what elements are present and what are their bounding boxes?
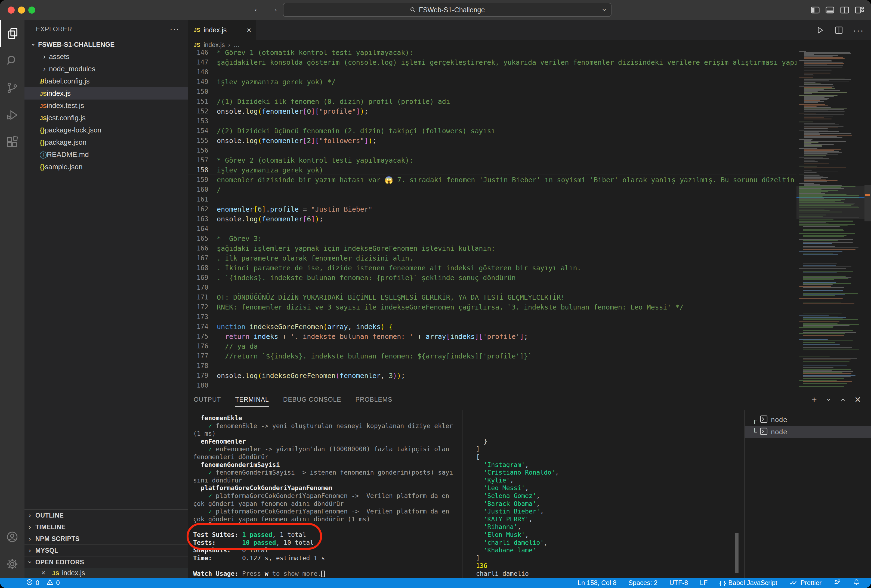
braces-icon: { }: [720, 579, 726, 587]
section-timeline[interactable]: ›TIMELINE: [24, 521, 188, 533]
terminal-line: Snapshots: 0 total: [193, 546, 462, 554]
status-formatter[interactable]: ✓✓Prettier: [789, 579, 822, 587]
terminal-scrollbar[interactable]: [735, 533, 739, 573]
status-notifications[interactable]: [853, 579, 860, 588]
tree-item-README.md[interactable]: iREADME.md: [24, 148, 188, 161]
terminal-line: platformaGoreCokGonderiYapanFenomen: [193, 484, 462, 492]
terminal-line: fenomenGonderimSayisi: [193, 461, 462, 469]
section-npm-scripts[interactable]: ›NPM SCRIPTS: [24, 533, 188, 545]
tree-item-index.test.js[interactable]: JSindex.test.js: [24, 100, 188, 112]
line-number: 175: [188, 333, 208, 340]
tab-index-js[interactable]: JS index.js ×: [188, 20, 256, 40]
run-file-icon[interactable]: [815, 25, 825, 35]
terminal-line: 'Kylie',: [476, 476, 745, 485]
forward-arrow-icon[interactable]: →: [269, 3, 278, 14]
status-cursor-position[interactable]: Ln 158, Col 8: [578, 579, 617, 587]
activity-explorer-icon[interactable]: [0, 20, 24, 47]
status-eol[interactable]: LF: [700, 579, 708, 587]
status-feedback[interactable]: [834, 579, 841, 588]
terminal-icon: [759, 427, 768, 437]
code-editor[interactable]: 146* Görev 1 (otomatik kontrol testi yap…: [188, 50, 871, 389]
line-number: 165: [188, 235, 208, 242]
chevron-down-icon[interactable]: ›: [600, 8, 609, 11]
code-line-147: 147şağıdakileri konsolda gösterim (conso…: [188, 57, 796, 67]
line-number: 166: [188, 244, 208, 252]
terminal-line: Test Suites: 1 passed, 1 total: [193, 531, 462, 539]
tree-item-sample.json[interactable]: {}sample.json: [24, 161, 188, 173]
activity-settings-icon[interactable]: [0, 551, 24, 578]
chevron-right-icon: ›: [40, 52, 49, 61]
line-number: 151: [188, 98, 208, 105]
close-editor-icon[interactable]: ×: [41, 569, 49, 577]
terminal-line: 'Leo Messi',: [476, 484, 745, 492]
close-window-button[interactable]: [7, 6, 15, 13]
terminal-instance-node[interactable]: └node: [745, 426, 871, 438]
terminal-line: Time: 0.127 s, estimated 1 s: [193, 554, 462, 562]
line-number: 178: [188, 362, 208, 370]
toggle-panel-icon[interactable]: [825, 5, 835, 15]
new-terminal-icon[interactable]: +: [811, 394, 817, 405]
panel-tab-terminal[interactable]: TERMINAL: [235, 389, 269, 410]
status-indentation[interactable]: Spaces: 2: [629, 579, 657, 587]
breadcrumb[interactable]: JS index.js › …: [188, 40, 871, 50]
toggle-sidebar-icon[interactable]: [810, 5, 820, 15]
terminal-output-left[interactable]: fenomenEkle ✓ fenomenEkle -> yeni oluştu…: [188, 410, 462, 578]
close-tab-icon[interactable]: ×: [247, 25, 251, 35]
explorer-sidebar: EXPLORER ··· ›FSWEB-S1-CHALLENGE›assets›…: [24, 20, 188, 578]
status-errors[interactable]: 0: [26, 579, 39, 588]
terminal-output-right[interactable]: }][ 'Instagram', 'Cristiano Ronaldo', 'K…: [462, 410, 745, 578]
activity-accounts-icon[interactable]: [0, 523, 24, 551]
json-file-icon: {}: [40, 126, 45, 135]
panel-tab-debug-console[interactable]: DEBUG CONSOLE: [283, 389, 341, 410]
overview-ruler[interactable]: [865, 50, 871, 389]
tree-item-index.js[interactable]: JSindex.js: [24, 87, 188, 100]
minimize-window-button[interactable]: [18, 6, 25, 13]
command-center-search[interactable]: FSWeb-S1-Challenge ›: [283, 3, 612, 17]
line-number: 146: [188, 50, 208, 56]
terminal-dropdown-icon[interactable]: ›: [824, 398, 834, 401]
status-encoding[interactable]: UTF-8: [669, 579, 688, 587]
status-language-mode[interactable]: { }Babel JavaScript: [720, 579, 777, 587]
terminal-line: 'Instagram',: [476, 461, 745, 469]
status-warnings[interactable]: 0: [46, 579, 60, 588]
tree-item-package.json[interactable]: {}package.json: [24, 136, 188, 148]
split-editor-icon[interactable]: [834, 25, 844, 35]
activity-run-debug-icon[interactable]: [0, 102, 24, 129]
history-nav: ← →: [253, 3, 278, 14]
zoom-window-button[interactable]: [28, 6, 35, 13]
line-number: 153: [188, 117, 208, 125]
close-panel-icon[interactable]: ✕: [855, 395, 861, 404]
terminal-line: Tests: 10 passed, 10 total: [193, 539, 462, 547]
section-open-editors[interactable]: ›OPEN EDITORS: [24, 556, 188, 568]
tree-item-babel.config.js[interactable]: Bbabel.config.js: [24, 75, 188, 87]
code-line-172: 172RNEK: fenomenler dizisi ve 3 sayısı i…: [188, 302, 796, 312]
maximize-panel-icon[interactable]: ›: [838, 398, 847, 401]
error-icon: [26, 579, 33, 588]
sidebar-title: EXPLORER: [36, 25, 72, 33]
code-line-159: 159enomenler dizisinde bir yazım hatası …: [188, 175, 796, 185]
section-mysql[interactable]: ›MYSQL: [24, 545, 188, 556]
back-arrow-icon[interactable]: ←: [253, 3, 262, 14]
minimap[interactable]: [796, 50, 865, 389]
split-editor-layout-icon[interactable]: [840, 5, 850, 15]
tree-root-folder[interactable]: ›FSWEB-S1-CHALLENGE: [24, 38, 188, 51]
terminal-instance-node[interactable]: ┌node: [745, 414, 871, 426]
activity-bar: [0, 20, 24, 578]
window-controls: [7, 6, 35, 13]
section-outline[interactable]: ›OUTLINE: [24, 509, 188, 521]
activity-extensions-icon[interactable]: [0, 129, 24, 156]
activity-source-control-icon[interactable]: [0, 74, 24, 102]
explorer-more-actions-icon[interactable]: ···: [170, 24, 180, 34]
panel-tab-problems[interactable]: PROBLEMS: [356, 389, 392, 410]
open-editor-index.js[interactable]: ×JSindex.js: [24, 568, 188, 578]
tree-item-jest.config.js[interactable]: JSjest.config.js: [24, 112, 188, 124]
tree-item-package-lock.json[interactable]: {}package-lock.json: [24, 124, 188, 136]
panel-tab-output[interactable]: OUTPUT: [194, 389, 221, 410]
tree-item-assets[interactable]: ›assets: [24, 51, 188, 63]
code-line-160: 160/: [188, 185, 796, 195]
activity-search-icon[interactable]: [0, 47, 24, 74]
tree-item-node_modules[interactable]: ›node_modules: [24, 63, 188, 75]
editor-more-actions-icon[interactable]: ···: [853, 25, 864, 36]
customize-layout-icon[interactable]: [854, 5, 865, 15]
terminal-line: fenomenEkle: [193, 414, 462, 422]
